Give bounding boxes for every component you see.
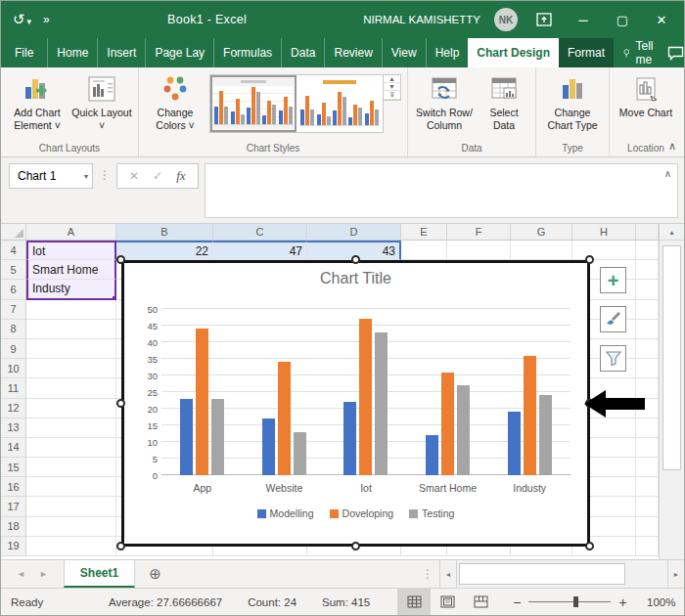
zoom-in-icon[interactable]: + [618, 594, 626, 610]
row-header-15[interactable]: 15 [1, 458, 26, 477]
chart-elements-button[interactable]: + [600, 267, 626, 293]
cell-C4[interactable]: 47 [213, 241, 307, 260]
chart-object[interactable]: Chart Title 05101520253035404550 AppWebs… [121, 260, 590, 547]
status-average[interactable]: Average: 27.66666667 [109, 596, 222, 608]
bar-Modelling-Iot[interactable] [343, 402, 356, 475]
row-header-10[interactable]: 10 [1, 359, 26, 378]
bar-Testing-Iot[interactable] [375, 332, 388, 475]
insert-function-icon[interactable]: fx [176, 168, 185, 184]
sheet-next-icon[interactable]: ► [39, 569, 48, 579]
tab-page-layout[interactable]: Page Lay [145, 38, 213, 67]
change-chart-type-button[interactable]: Change Chart Type [542, 72, 603, 132]
tab-data[interactable]: Data [281, 38, 324, 67]
bar-Doveloping-Industy[interactable] [524, 356, 536, 475]
bar-Testing-Industy[interactable] [539, 395, 552, 475]
page-layout-view-button[interactable] [431, 589, 464, 615]
minimize-button[interactable]: ─ [571, 13, 596, 27]
cell-A9[interactable] [26, 339, 116, 359]
tab-home[interactable]: Home [47, 38, 97, 67]
bar-Modelling-App[interactable] [180, 399, 193, 475]
select-data-button[interactable]: Select Data [479, 72, 529, 132]
move-chart-button[interactable]: Move Chart [616, 72, 676, 119]
name-box[interactable]: Chart 1 ▾ [9, 163, 93, 189]
cell-A4[interactable]: Iot [26, 241, 116, 260]
undo-dropdown-icon[interactable]: ▾ [27, 17, 32, 26]
bar-Testing-App[interactable] [211, 399, 224, 475]
tab-file[interactable]: File [1, 38, 47, 67]
horizontal-scroll-thumb[interactable] [459, 563, 625, 585]
row-header-17[interactable]: 17 [1, 497, 26, 516]
column-header-C[interactable]: C [213, 224, 307, 241]
tab-review[interactable]: Review [324, 38, 381, 67]
cell-A12[interactable] [26, 399, 116, 418]
legend-item-Doveloping[interactable]: Doveloping [330, 507, 394, 519]
chart-resize-handle[interactable] [351, 255, 360, 264]
change-colors-button[interactable]: Change Colors ˅ [145, 72, 206, 132]
cancel-icon[interactable]: ✕ [129, 169, 139, 183]
column-header-G[interactable]: G [511, 224, 572, 241]
cell-A13[interactable] [26, 418, 116, 438]
name-box-dropdown-icon[interactable]: ▾ [84, 172, 88, 181]
formula-input[interactable]: ∧ [205, 163, 678, 218]
row-header-16[interactable]: 16 [1, 477, 26, 497]
chart-resize-handle[interactable] [585, 542, 594, 550]
gallery-more-icon[interactable]: ⊽ [384, 91, 400, 100]
cell-A8[interactable] [26, 320, 116, 339]
cell-G4[interactable] [511, 241, 572, 260]
comments-icon[interactable] [667, 38, 685, 67]
cell-A11[interactable] [26, 378, 116, 398]
close-button[interactable]: ✕ [649, 13, 674, 27]
row-header-12[interactable]: 12 [1, 399, 26, 418]
bar-Modelling-Industy[interactable] [508, 412, 521, 475]
legend-item-Testing[interactable]: Testing [409, 507, 454, 519]
row-header-13[interactable]: 13 [1, 418, 26, 438]
enter-icon[interactable]: ✓ [153, 169, 162, 183]
formula-collapse-icon[interactable]: ∧ [664, 168, 671, 179]
bar-Testing-Website[interactable] [294, 432, 306, 475]
normal-view-button[interactable] [397, 589, 431, 615]
column-header-A[interactable]: A [26, 224, 116, 241]
zoom-slider-thumb[interactable] [573, 596, 578, 607]
cell-A6[interactable]: Industy [26, 280, 116, 299]
sheet-prev-icon[interactable]: ◄ [17, 569, 25, 579]
zoom-slider[interactable] [528, 601, 611, 602]
status-sum[interactable]: Sum: 415 [322, 596, 370, 608]
maximize-button[interactable]: ▢ [610, 13, 635, 27]
tab-view[interactable]: View [382, 38, 426, 67]
scroll-right-icon[interactable]: ► [667, 560, 684, 588]
cell-A5[interactable]: Smart Home [26, 260, 116, 280]
cell-A15[interactable] [26, 458, 116, 477]
chart-resize-handle[interactable] [116, 542, 125, 550]
page-break-view-button[interactable] [464, 589, 497, 615]
row-header-6[interactable]: 6 [1, 280, 26, 299]
chart-resize-handle[interactable] [116, 399, 125, 408]
sheet-tab-sheet1[interactable]: Sheet1 [64, 560, 135, 588]
switch-row-column-button[interactable]: Switch Row/ Column [414, 72, 475, 132]
cell-A17[interactable] [26, 497, 116, 516]
quick-layout-button[interactable]: Quick Layout ˅ [71, 72, 132, 132]
bar-Doveloping-Website[interactable] [278, 362, 291, 475]
column-header-B[interactable]: B [116, 224, 213, 241]
chart-title[interactable]: Chart Title [124, 270, 587, 287]
chart-filters-button[interactable] [600, 345, 626, 372]
new-sheet-icon[interactable]: ⊕ [135, 560, 175, 588]
row-header-18[interactable]: 18 [1, 517, 26, 537]
tab-insert[interactable]: Insert [97, 38, 145, 67]
cell-F4[interactable] [447, 241, 511, 260]
row-header-19[interactable]: 19 [1, 537, 26, 556]
cell-A18[interactable] [26, 517, 116, 537]
ribbon-display-options-icon[interactable] [531, 13, 557, 26]
tab-help[interactable]: Help [426, 38, 469, 67]
chart-style-1[interactable] [210, 75, 297, 132]
select-all-corner[interactable] [1, 224, 26, 241]
tab-chart-design[interactable]: Chart Design [468, 38, 559, 67]
status-count[interactable]: Count: 24 [248, 596, 297, 608]
cell-H4[interactable] [572, 241, 636, 260]
row-header-4[interactable]: 4 [1, 241, 26, 260]
legend-item-Modelling[interactable]: Modelling [257, 507, 314, 519]
row-header-8[interactable]: 8 [1, 320, 26, 339]
cell-B4[interactable]: 22 [116, 241, 213, 260]
horizontal-scrollbar[interactable]: ◄ ► [439, 560, 684, 588]
tab-format[interactable]: Format [559, 38, 614, 67]
cell-A7[interactable] [26, 300, 116, 320]
